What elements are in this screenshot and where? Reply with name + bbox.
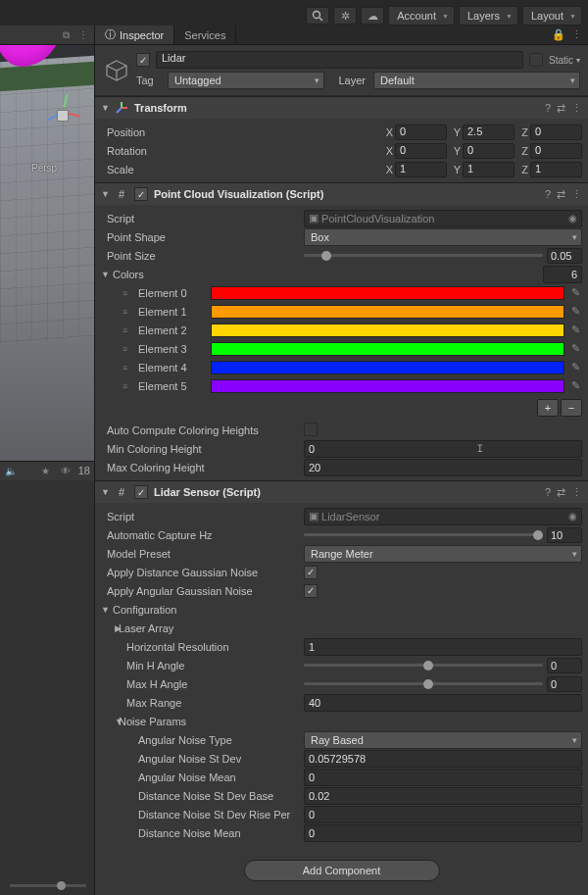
- eyedropper-icon[interactable]: ✎: [568, 286, 582, 299]
- kebab-icon[interactable]: ⋮: [571, 486, 582, 499]
- model-preset-dropdown[interactable]: Range Meter: [304, 545, 582, 563]
- maxrange-input[interactable]: 40: [304, 694, 582, 712]
- apply-dist-noise-checkbox[interactable]: ✓: [304, 566, 318, 579]
- drag-handle-icon[interactable]: ≡: [122, 381, 134, 391]
- dist-std-base-input[interactable]: 0.02: [304, 787, 582, 805]
- capture-hz-value[interactable]: 10: [547, 527, 582, 543]
- help-icon[interactable]: ?: [545, 102, 551, 115]
- color-swatch[interactable]: [211, 286, 564, 300]
- scene-view[interactable]: Persp: [0, 45, 94, 461]
- color-swatch[interactable]: [211, 379, 564, 393]
- maxh-slider[interactable]: 0: [304, 676, 582, 692]
- favorite-icon[interactable]: ★: [39, 464, 53, 477]
- zoom-slider[interactable]: [10, 884, 86, 887]
- dist-mean-input[interactable]: 0: [304, 824, 582, 842]
- drag-handle-icon[interactable]: ≡: [122, 363, 134, 373]
- kebab-icon[interactable]: ⋮: [571, 188, 582, 201]
- rotation-x-input[interactable]: 0: [395, 143, 447, 159]
- static-checkbox[interactable]: [529, 53, 543, 67]
- rotation-z-input[interactable]: 0: [530, 143, 582, 159]
- add-component-button[interactable]: Add Component: [244, 860, 440, 881]
- colors-count-input[interactable]: 6: [543, 266, 582, 283]
- gameobject-icon[interactable]: [103, 57, 130, 84]
- capture-hz-slider[interactable]: 10: [304, 527, 582, 543]
- color-swatch[interactable]: [211, 361, 564, 374]
- kebab-icon[interactable]: ⋮: [571, 28, 582, 41]
- color-swatch[interactable]: [211, 342, 564, 356]
- gizmo-x-axis[interactable]: [67, 112, 80, 118]
- lidar-script-field[interactable]: ▣ LidarSensor◉: [304, 508, 582, 525]
- help-icon[interactable]: ?: [545, 486, 551, 499]
- position-x-input[interactable]: 0: [395, 124, 447, 140]
- layout-dropdown[interactable]: Layout: [522, 6, 582, 25]
- drag-handle-icon[interactable]: ≡: [122, 307, 134, 317]
- foldout-icon[interactable]: ▼: [101, 717, 115, 726]
- rotation-y-input[interactable]: 0: [463, 143, 514, 159]
- remove-color-button[interactable]: −: [561, 399, 582, 417]
- foldout-icon[interactable]: ▶: [101, 623, 115, 633]
- auto-compute-checkbox[interactable]: [304, 423, 318, 436]
- tab-services[interactable]: Services: [174, 25, 236, 44]
- foldout-icon[interactable]: ▼: [101, 103, 109, 113]
- position-y-input[interactable]: 2.5: [463, 124, 514, 140]
- lidar-enabled-checkbox[interactable]: ✓: [134, 485, 148, 499]
- pcv-script-field[interactable]: ▣ PointCloudVisualization◉: [304, 210, 582, 227]
- static-dropdown[interactable]: Static ▾: [549, 55, 580, 66]
- eyedropper-icon[interactable]: ✎: [568, 342, 582, 355]
- tab-inspector[interactable]: ⓘ Inspector: [95, 25, 174, 44]
- color-swatch[interactable]: [211, 323, 564, 337]
- position-z-input[interactable]: 0: [530, 124, 582, 140]
- preset-icon[interactable]: ⇄: [557, 188, 565, 201]
- gizmo-y-axis[interactable]: [63, 94, 69, 108]
- color-swatch[interactable]: [211, 305, 564, 319]
- max-coloring-height-input[interactable]: 20: [304, 459, 582, 476]
- apply-ang-noise-checkbox[interactable]: ✓: [304, 584, 318, 598]
- lighting-icon[interactable]: ✲: [333, 7, 357, 25]
- drag-handle-icon[interactable]: ≡: [122, 288, 134, 298]
- foldout-icon[interactable]: ▼: [101, 189, 109, 199]
- eyedropper-icon[interactable]: ✎: [568, 361, 582, 373]
- pcv-enabled-checkbox[interactable]: ✓: [134, 187, 148, 201]
- minh-slider[interactable]: 0: [304, 658, 582, 673]
- transform-header[interactable]: ▼ Transform ? ⇄ ⋮: [95, 97, 588, 119]
- scale-z-input[interactable]: 1: [530, 162, 582, 177]
- dist-std-rise-input[interactable]: 0: [304, 806, 582, 823]
- foldout-icon[interactable]: ▼: [101, 487, 109, 497]
- audio-icon[interactable]: 🔈: [4, 464, 18, 477]
- scale-x-input[interactable]: 1: [395, 162, 447, 177]
- ang-type-dropdown[interactable]: Ray Based: [304, 731, 582, 749]
- cloud-icon[interactable]: ☁: [361, 7, 384, 25]
- hres-input[interactable]: 1: [304, 638, 582, 656]
- preset-icon[interactable]: ⇄: [557, 486, 565, 499]
- kebab-icon[interactable]: ⋮: [76, 28, 90, 42]
- drag-handle-icon[interactable]: ≡: [122, 325, 134, 335]
- layer-dropdown[interactable]: Default: [373, 72, 580, 89]
- help-icon[interactable]: ?: [545, 188, 551, 201]
- gameobject-enabled-checkbox[interactable]: ✓: [136, 53, 150, 67]
- object-picker-icon[interactable]: ◉: [568, 511, 577, 522]
- tag-dropdown[interactable]: Untagged: [168, 72, 324, 89]
- lidar-header[interactable]: ▼ # ✓ Lidar Sensor (Script) ? ⇄ ⋮: [95, 481, 588, 503]
- layers-dropdown[interactable]: Layers: [459, 6, 518, 25]
- eyedropper-icon[interactable]: ✎: [568, 323, 582, 336]
- visibility-icon[interactable]: 👁: [59, 464, 73, 477]
- account-dropdown[interactable]: Account: [388, 6, 455, 25]
- minh-value[interactable]: 0: [547, 658, 582, 673]
- ang-std-input[interactable]: 0.05729578: [304, 750, 582, 768]
- eyedropper-icon[interactable]: ✎: [568, 305, 582, 318]
- popout-icon[interactable]: ⧉: [59, 28, 73, 42]
- preset-icon[interactable]: ⇄: [557, 102, 565, 115]
- lock-icon[interactable]: 🔒: [552, 28, 565, 41]
- gameobject-name-input[interactable]: Lidar: [156, 51, 523, 69]
- search-icon[interactable]: [306, 7, 329, 25]
- eyedropper-icon[interactable]: ✎: [568, 379, 582, 392]
- kebab-icon[interactable]: ⋮: [571, 102, 582, 115]
- point-size-slider[interactable]: 0.05: [304, 248, 582, 264]
- ang-mean-input[interactable]: 0: [304, 769, 582, 786]
- point-shape-dropdown[interactable]: Box: [304, 228, 582, 246]
- add-color-button[interactable]: +: [537, 399, 559, 417]
- object-picker-icon[interactable]: ◉: [568, 213, 577, 224]
- orientation-gizmo[interactable]: [43, 96, 82, 135]
- foldout-icon[interactable]: ▼: [101, 270, 109, 279]
- scale-y-input[interactable]: 1: [463, 162, 514, 177]
